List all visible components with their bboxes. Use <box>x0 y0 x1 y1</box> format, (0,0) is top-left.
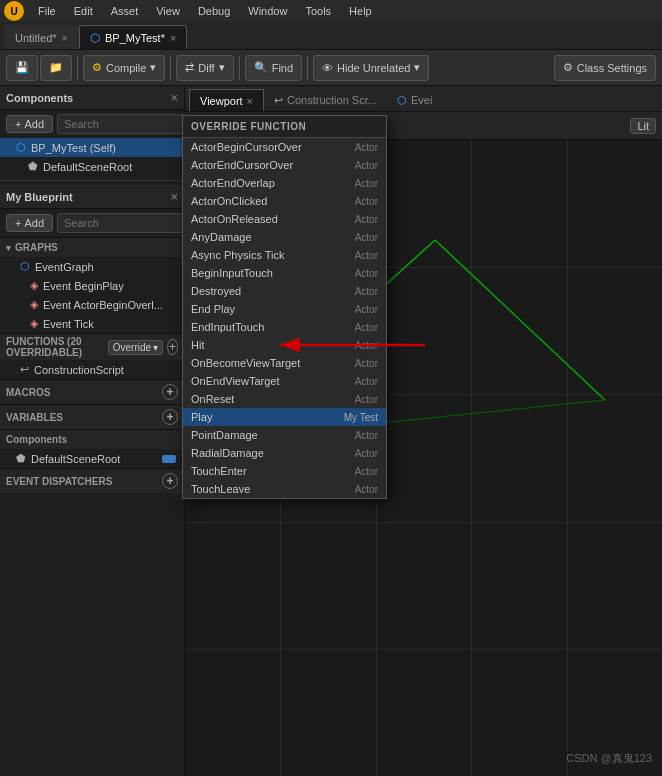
override-func-name-5: AnyDamage <box>191 231 252 243</box>
event-actor-overlap-item[interactable]: ◈ Event ActorBeginOverl... <box>0 295 184 314</box>
event-dispatchers-label: EVENT DISPATCHERS <box>6 476 112 487</box>
main-toolbar: 💾 📁 ⚙ Compile ▾ ⇄ Diff ▾ 🔍 Find 👁 Hide U… <box>0 50 662 86</box>
override-func-name-8: Destroyed <box>191 285 241 297</box>
override-item-onbecomeviewtarget[interactable]: OnBecomeViewTargetActor <box>183 354 386 372</box>
bp-add-button[interactable]: + Add <box>6 214 53 232</box>
override-item-destroyed[interactable]: DestroyedActor <box>183 282 386 300</box>
viewport-tab-bar: Viewport × ↩ Construction Scr... ⬡ Evei <box>185 86 662 112</box>
override-item-begininputtouch[interactable]: BeginInputTouchActor <box>183 264 386 282</box>
default-scene-root-var[interactable]: ⬟ DefaultSceneRoot <box>0 449 184 468</box>
override-item-anydamage[interactable]: AnyDamageActor <box>183 228 386 246</box>
override-func-name-12: OnBecomeViewTarget <box>191 357 300 369</box>
event-tick-item[interactable]: ◈ Event Tick <box>0 314 184 333</box>
override-item-actorendcursorover[interactable]: ActorEndCursorOverActor <box>183 156 386 174</box>
menu-debug[interactable]: Debug <box>190 3 238 19</box>
override-item-play[interactable]: PlayMy Test <box>183 408 386 426</box>
override-item-onreset[interactable]: OnResetActor <box>183 390 386 408</box>
override-item-actoronreleased[interactable]: ActorOnReleasedActor <box>183 210 386 228</box>
bp-mytest-icon: ⬡ <box>16 141 26 154</box>
diff-button[interactable]: ⇄ Diff ▾ <box>176 55 233 81</box>
override-item-hit[interactable]: HitActor <box>183 336 386 354</box>
override-function-panel: OVERRIDE FUNCTION ActorBeginCursorOverAc… <box>182 115 387 499</box>
override-func-name-19: TouchLeave <box>191 483 250 495</box>
menu-asset[interactable]: Asset <box>103 3 147 19</box>
lit-badge[interactable]: Lit <box>630 118 656 134</box>
save-button[interactable]: 💾 <box>6 55 38 81</box>
override-func-type-9: Actor <box>355 304 378 315</box>
event-begin-play-item[interactable]: ◈ Event BeginPlay <box>0 276 184 295</box>
default-scene-root-item[interactable]: ⬟ DefaultSceneRoot <box>0 157 184 176</box>
functions-add-button[interactable]: + <box>167 339 178 355</box>
tab-bp-close[interactable]: × <box>170 32 176 44</box>
override-item-onendviewtarget[interactable]: OnEndViewTargetActor <box>183 372 386 390</box>
hide-dropdown-icon: ▾ <box>414 61 420 74</box>
graphs-label: GRAPHS <box>15 242 58 253</box>
sep3 <box>239 56 240 80</box>
tab-bp-icon: ⬡ <box>90 31 100 45</box>
bp-add-icon: + <box>15 217 21 229</box>
override-func-type-1: Actor <box>355 160 378 171</box>
components-add-button[interactable]: + Add <box>6 115 53 133</box>
menu-view[interactable]: View <box>148 3 188 19</box>
viewport-label: Viewport <box>200 95 243 107</box>
hide-unrelated-button[interactable]: 👁 Hide Unrelated ▾ <box>313 55 429 81</box>
macros-header[interactable]: MACROS + <box>0 380 184 404</box>
bp-close[interactable]: × <box>170 189 178 204</box>
override-item-end-play[interactable]: End PlayActor <box>183 300 386 318</box>
variables-add-button[interactable]: + <box>162 409 178 425</box>
event-tick-icon: ◈ <box>30 317 38 330</box>
override-item-radialdamage[interactable]: RadialDamageActor <box>183 444 386 462</box>
tab-viewport[interactable]: Viewport × <box>189 89 264 111</box>
construction-script-item[interactable]: ↩ ConstructionScript <box>0 360 184 379</box>
menu-help[interactable]: Help <box>341 3 380 19</box>
override-func-name-2: ActorEndOverlap <box>191 177 275 189</box>
browse-button[interactable]: 📁 <box>40 55 72 81</box>
event-dispatchers-add-button[interactable]: + <box>162 473 178 489</box>
override-item-touchenter[interactable]: TouchEnterActor <box>183 462 386 480</box>
tab-untitled-close[interactable]: × <box>62 32 68 44</box>
override-item-async-physics-tick[interactable]: Async Physics TickActor <box>183 246 386 264</box>
override-func-name-17: RadialDamage <box>191 447 264 459</box>
override-func-type-3: Actor <box>355 196 378 207</box>
find-label: Find <box>272 62 293 74</box>
menu-window[interactable]: Window <box>240 3 295 19</box>
event-actor-overlap-icon: ◈ <box>30 298 38 311</box>
graphs-section-header[interactable]: ▾ GRAPHS <box>0 237 184 257</box>
class-settings-button[interactable]: ⚙ Class Settings <box>554 55 656 81</box>
hide-unrelated-label: Hide Unrelated <box>337 62 410 74</box>
override-item-pointdamage[interactable]: PointDamageActor <box>183 426 386 444</box>
macros-label: MACROS <box>6 387 50 398</box>
viewport-tab-close[interactable]: × <box>247 95 253 107</box>
menu-tools[interactable]: Tools <box>297 3 339 19</box>
override-func-name-18: TouchEnter <box>191 465 247 477</box>
menu-edit[interactable]: Edit <box>66 3 101 19</box>
menu-file[interactable]: File <box>30 3 64 19</box>
event-dispatchers-header[interactable]: EVENT DISPATCHERS + <box>0 469 184 493</box>
override-dropdown[interactable]: Override ▾ <box>108 340 163 355</box>
tab-untitled-label: Untitled* <box>15 32 57 44</box>
tab-construction-script[interactable]: ↩ Construction Scr... <box>264 89 387 111</box>
override-item-touchleave[interactable]: TouchLeaveActor <box>183 480 386 498</box>
tab-bp-mytest[interactable]: ⬡ BP_MyTest* × <box>79 25 187 49</box>
override-item-actoronclicked[interactable]: ActorOnClickedActor <box>183 192 386 210</box>
macros-add-button[interactable]: + <box>162 384 178 400</box>
override-item-actorbegincursorover[interactable]: ActorBeginCursorOverActor <box>183 138 386 156</box>
variables-header[interactable]: VARIABLES + <box>0 405 184 429</box>
event-graph-item[interactable]: ⬡ EventGraph <box>0 257 184 276</box>
find-button[interactable]: 🔍 Find <box>245 55 302 81</box>
override-func-type-6: Actor <box>355 250 378 261</box>
override-func-type-13: Actor <box>355 376 378 387</box>
find-icon: 🔍 <box>254 61 268 74</box>
components-close[interactable]: × <box>170 90 178 105</box>
csdn-watermark: CSDN @真鬼123 <box>566 751 652 766</box>
override-item-actorendoverlap[interactable]: ActorEndOverlapActor <box>183 174 386 192</box>
override-item-endinputtouch[interactable]: EndInputTouchActor <box>183 318 386 336</box>
tab-event[interactable]: ⬡ Evei <box>387 89 442 111</box>
bp-mytest-self-item[interactable]: ⬡ BP_MyTest (Self) <box>0 138 184 157</box>
tab-event-label: Evei <box>411 94 432 106</box>
override-func-name-9: End Play <box>191 303 235 315</box>
tab-untitled[interactable]: Untitled* × <box>4 25 79 49</box>
save-icon: 💾 <box>15 61 29 74</box>
bp-components-header[interactable]: Components <box>0 430 184 449</box>
compile-button[interactable]: ⚙ Compile ▾ <box>83 55 165 81</box>
